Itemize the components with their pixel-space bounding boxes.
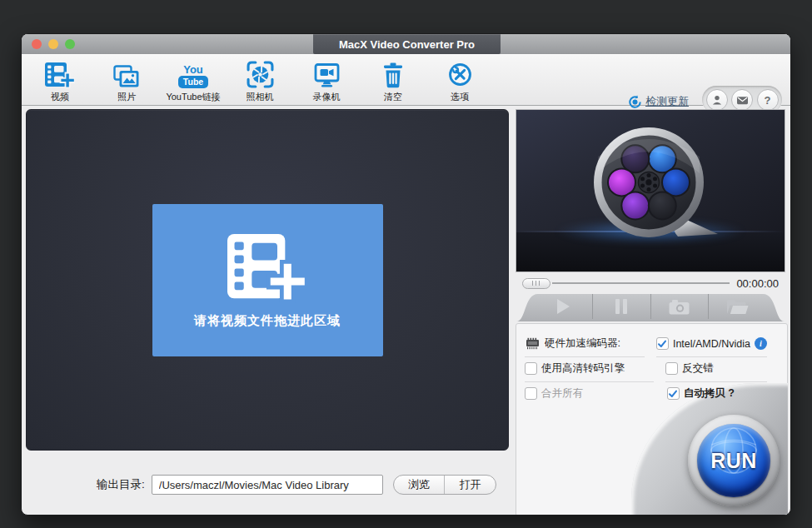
account-button[interactable] [706, 89, 728, 111]
settings-panel: 硬件加速编码器: Intel/AMD/Nvidia i 使用高清转码引擎 [516, 323, 788, 516]
video-add-icon [45, 58, 75, 88]
camera-snapshot-icon [669, 299, 690, 315]
photos-icon [113, 58, 140, 88]
drop-hint-text: 请将视频文件拖进此区域 [194, 313, 341, 329]
output-directory-label: 输出目录: [97, 477, 145, 492]
pause-icon [615, 299, 627, 314]
hd-engine-label: 使用高清转码引擎 [541, 361, 625, 376]
toolbar-label: 清空 [384, 91, 402, 103]
app-window: MacX Video Converter Pro 视频 [21, 33, 791, 516]
playback-controls [516, 294, 785, 321]
open-folder-button[interactable] [708, 294, 766, 319]
question-icon: ? [765, 94, 771, 107]
close-window-button[interactable] [32, 39, 42, 49]
play-icon [557, 299, 570, 314]
film-reel-logo [581, 120, 720, 247]
title-bar: MacX Video Converter Pro [22, 34, 790, 54]
output-path-input[interactable] [152, 475, 383, 495]
contact-button[interactable] [731, 89, 753, 111]
checkbox-intel-amd-nvidia[interactable] [656, 337, 669, 350]
seek-slider-thumb[interactable] [522, 278, 550, 289]
toolbar-item-clear[interactable]: 清空 [360, 58, 426, 103]
merge-all-label: 合并所有 [541, 386, 583, 401]
toolbar-item-video[interactable]: 视频 [27, 58, 93, 103]
camera-icon [247, 58, 274, 88]
playback-time: 00:00:00 [736, 277, 779, 290]
seek-bar: 00:00:00 [516, 274, 785, 292]
intel-amd-nvidia-label: Intel/AMD/Nvidia [673, 338, 750, 350]
video-preview [516, 109, 785, 272]
refresh-icon [628, 95, 642, 109]
options-icon [446, 58, 474, 88]
toolbar-label: YouTube链接 [166, 91, 220, 103]
user-icon [711, 94, 723, 106]
checkbox-hd-engine[interactable] [525, 362, 537, 375]
checkbox-deinterlace[interactable] [665, 362, 678, 375]
film-plus-icon [227, 232, 307, 303]
minimize-window-button[interactable] [48, 39, 58, 49]
deinterlace-label: 反交错 [682, 361, 714, 376]
toolbar-item-camera[interactable]: 照相机 [227, 58, 293, 103]
toolbar-item-options[interactable]: 选项 [426, 58, 493, 103]
folder-icon [726, 299, 749, 315]
window-controls [32, 39, 75, 49]
checkbox-merge-all[interactable] [525, 387, 537, 400]
run-button[interactable]: RUN [688, 415, 780, 506]
window-title: MacX Video Converter Pro [313, 34, 501, 54]
run-label: RUN [710, 449, 757, 473]
trash-icon [381, 58, 405, 88]
snapshot-button[interactable] [650, 294, 709, 319]
output-button-group: 浏览 打开 [393, 475, 496, 495]
check-update-link[interactable]: 检测更新 [628, 94, 689, 109]
toolbar-label: 视频 [51, 91, 69, 103]
checkbox-auto-copy[interactable] [667, 387, 680, 400]
play-button[interactable] [535, 294, 592, 319]
toolbar-item-photo[interactable]: 照片 [93, 58, 160, 103]
output-directory-row: 输出目录: 浏览 打开 [97, 474, 496, 496]
open-button[interactable]: 打开 [444, 476, 496, 494]
mail-icon [736, 95, 749, 106]
main-toolbar: 视频 照片 You Tube [22, 54, 790, 106]
info-icon[interactable]: i [755, 337, 767, 350]
youtube-icon: You Tube [178, 58, 208, 88]
auto-copy-label: 自动拷贝 ? [684, 386, 735, 401]
chip-icon [525, 337, 541, 350]
video-drop-zone[interactable]: 请将视频文件拖进此区域 [26, 109, 509, 451]
toolbar-label: 照相机 [247, 91, 274, 103]
pause-button[interactable] [592, 294, 650, 319]
browse-button[interactable]: 浏览 [394, 476, 445, 494]
toolbar-item-recorder[interactable]: 录像机 [293, 58, 360, 103]
screen-recorder-icon [313, 58, 341, 88]
seek-track[interactable] [552, 282, 730, 284]
toolbar-label: 选项 [451, 91, 469, 103]
toolbar-item-youtube[interactable]: You Tube YouTube链接 [160, 58, 227, 103]
zoom-window-button[interactable] [65, 39, 75, 49]
help-button[interactable]: ? [757, 89, 779, 111]
hw-encoder-label: 硬件加速编码器: [545, 336, 620, 351]
toolbar-label: 照片 [117, 91, 136, 103]
toolbar-label: 录像机 [313, 91, 341, 103]
drag-target-box[interactable]: 请将视频文件拖进此区域 [152, 204, 383, 356]
desktop: { "titlebar": { "title": "MacX Video Con… [0, 0, 812, 528]
